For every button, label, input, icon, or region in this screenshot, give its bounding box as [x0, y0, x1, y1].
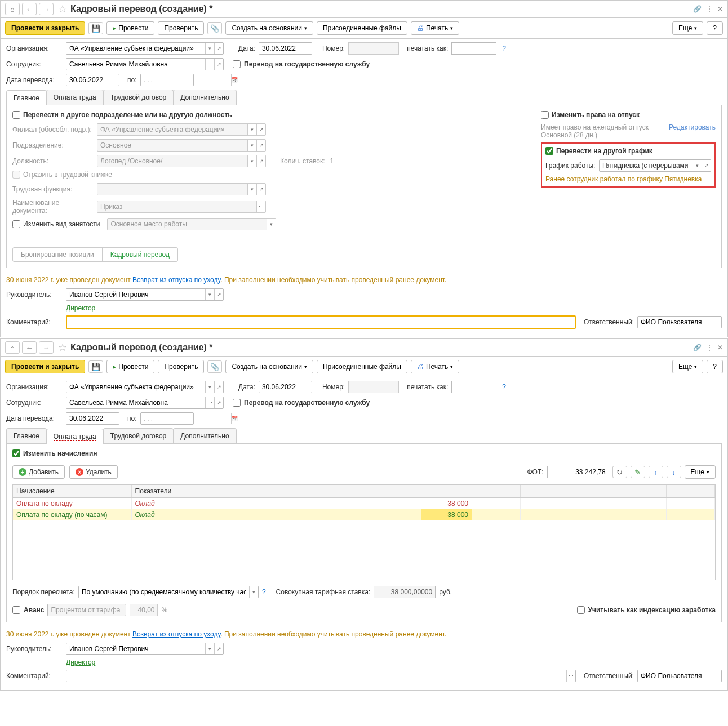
- tab-main[interactable]: Главное: [6, 90, 47, 105]
- po-input[interactable]: [141, 74, 231, 86]
- post-button[interactable]: ▸Провести: [106, 21, 154, 35]
- mgr-pos-link[interactable]: Директор: [66, 304, 95, 312]
- num-input[interactable]: [348, 42, 399, 55]
- star-icon[interactable]: ☆: [58, 3, 67, 15]
- files-button[interactable]: Присоединенные файлы: [317, 360, 407, 373]
- dots-icon[interactable]: ⋯: [566, 317, 575, 328]
- check-button[interactable]: Проверить: [158, 360, 204, 373]
- open-icon[interactable]: ↗: [702, 160, 711, 171]
- dropdown-icon[interactable]: ▾: [249, 586, 258, 598]
- post-close-button[interactable]: Провести и закрыть: [5, 21, 85, 35]
- up-icon[interactable]: ↑: [649, 466, 663, 478]
- mgr-input[interactable]: [66, 643, 205, 654]
- refresh-icon[interactable]: ↻: [612, 466, 627, 478]
- window-title: Кадровый перевод (создание) *: [70, 4, 693, 14]
- attach-icon[interactable]: 📎: [207, 22, 222, 34]
- menu-icon[interactable]: ⋮: [706, 344, 713, 351]
- add-button[interactable]: +Добавить: [12, 465, 65, 479]
- delete-button[interactable]: ×Удалить: [69, 465, 118, 479]
- org-input[interactable]: [66, 381, 205, 393]
- printas-input[interactable]: [451, 381, 496, 393]
- mgr-pos-link[interactable]: Директор: [66, 658, 95, 666]
- dropdown-icon[interactable]: ▾: [205, 289, 214, 300]
- vac-edit-link[interactable]: Редактировать: [669, 123, 716, 139]
- sched-checkbox[interactable]: [545, 147, 553, 155]
- save-icon[interactable]: 💾: [88, 360, 103, 373]
- mgr-input[interactable]: [66, 289, 205, 300]
- close-icon[interactable]: ✕: [717, 5, 723, 13]
- link-icon[interactable]: 🔗: [693, 344, 702, 351]
- help-button[interactable]: ?: [707, 360, 723, 373]
- dropdown-icon[interactable]: ▾: [693, 160, 702, 171]
- attach-icon[interactable]: 📎: [207, 360, 222, 373]
- org-input[interactable]: [66, 43, 205, 54]
- check-button[interactable]: Проверить: [158, 21, 204, 35]
- dots-icon[interactable]: ⋯: [205, 59, 214, 70]
- calendar-icon[interactable]: 📅: [231, 413, 238, 424]
- tab-contract[interactable]: Трудовой договор: [103, 428, 174, 443]
- post-close-button[interactable]: Провести и закрыть: [5, 360, 85, 373]
- tab-pay[interactable]: Оплата труда: [46, 429, 104, 444]
- close-icon[interactable]: ✕: [717, 344, 723, 351]
- help-link[interactable]: ?: [502, 383, 506, 391]
- calendar-icon[interactable]: 📅: [231, 74, 238, 86]
- emp-input[interactable]: [66, 59, 205, 70]
- create-based-button[interactable]: Создать на основании: [225, 21, 313, 35]
- warning-link[interactable]: Возврат из отпуска по уходу: [132, 630, 220, 638]
- help-button[interactable]: ?: [707, 21, 723, 35]
- index-checkbox[interactable]: [577, 606, 585, 614]
- save-icon[interactable]: 💾: [88, 22, 103, 34]
- help-link[interactable]: ?: [262, 588, 266, 596]
- home-icon[interactable]: ⌂: [5, 341, 20, 354]
- branch-input: [97, 124, 247, 135]
- open-icon[interactable]: ↗: [214, 43, 223, 54]
- more-button[interactable]: Еще: [672, 21, 703, 35]
- tab-main[interactable]: Главное: [6, 428, 47, 443]
- chgemp-checkbox[interactable]: [12, 220, 20, 228]
- down-icon[interactable]: ↓: [667, 466, 681, 478]
- back-icon[interactable]: ←: [22, 3, 37, 15]
- comment-input[interactable]: [67, 317, 566, 328]
- col-accr: Начисление: [13, 485, 131, 498]
- link-icon[interactable]: 🔗: [693, 5, 702, 13]
- prev-sched: Ранее сотрудник работал по графику Пятид…: [545, 175, 711, 183]
- gov-checkbox[interactable]: [233, 399, 241, 407]
- resp-input[interactable]: [638, 317, 728, 328]
- fot-input[interactable]: [547, 466, 609, 478]
- vac-checkbox[interactable]: [541, 111, 549, 119]
- back-icon[interactable]: ←: [22, 341, 37, 354]
- change-accr-checkbox[interactable]: [12, 449, 20, 457]
- menu-icon[interactable]: ⋮: [706, 5, 713, 13]
- create-based-button[interactable]: Создать на основании: [225, 360, 313, 373]
- more-button[interactable]: Еще: [672, 360, 703, 373]
- tab-addl[interactable]: Дополнительно: [173, 428, 236, 443]
- help-link[interactable]: ?: [502, 44, 506, 52]
- tab-contract[interactable]: Трудовой договор: [103, 90, 174, 105]
- files-button[interactable]: Присоединенные файлы: [317, 21, 407, 35]
- tab-addl[interactable]: Дополнительно: [173, 90, 236, 105]
- warning-link[interactable]: Возврат из отпуска по уходу: [132, 276, 220, 284]
- transfer-dept-checkbox[interactable]: [12, 111, 20, 119]
- resp-input[interactable]: [638, 670, 728, 682]
- dropdown-icon[interactable]: ▾: [205, 43, 214, 54]
- more-button[interactable]: Еще: [685, 465, 716, 479]
- recalc-input[interactable]: [79, 586, 249, 598]
- comment-input[interactable]: [66, 670, 566, 682]
- emp-input[interactable]: [66, 397, 205, 408]
- transfer-button[interactable]: Кадровый перевод: [103, 248, 177, 261]
- open-icon[interactable]: ↗: [214, 289, 223, 300]
- print-button[interactable]: 🖨Печать: [411, 360, 459, 373]
- tab-pay[interactable]: Оплата труда: [46, 90, 104, 105]
- print-button[interactable]: 🖨Печать: [411, 21, 459, 35]
- avans-checkbox[interactable]: [12, 606, 20, 614]
- num-input[interactable]: [348, 381, 399, 393]
- printas-input[interactable]: [451, 42, 496, 55]
- edit-icon[interactable]: ✎: [631, 466, 645, 478]
- sched-input[interactable]: [600, 160, 693, 171]
- gov-checkbox[interactable]: [233, 60, 241, 68]
- open-icon[interactable]: ↗: [214, 59, 223, 70]
- star-icon[interactable]: ☆: [58, 341, 67, 354]
- aggrate-label: Совокупная тарифная ставка:: [276, 588, 371, 596]
- home-icon[interactable]: ⌂: [5, 3, 20, 15]
- post-button[interactable]: ▸Провести: [106, 360, 154, 373]
